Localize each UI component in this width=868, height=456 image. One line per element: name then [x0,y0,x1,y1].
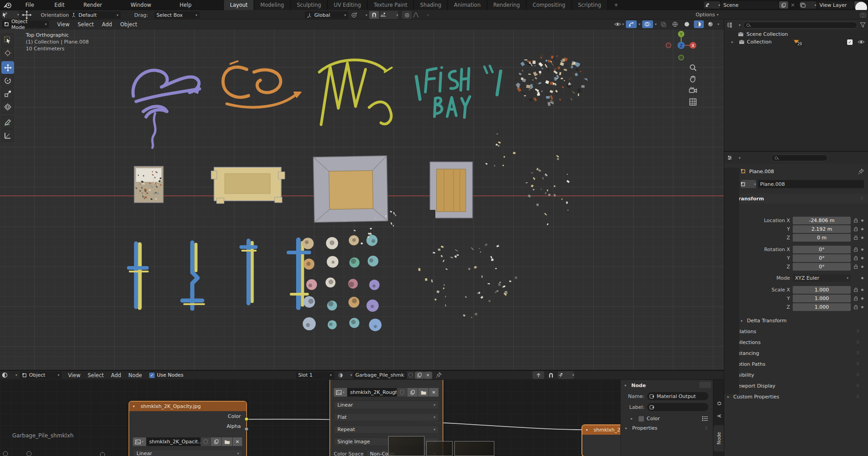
shader-type-dropdown[interactable]: Object▾ [20,372,62,379]
animate-dot[interactable] [861,237,863,239]
animate-dot[interactable] [861,266,863,268]
node-image-texture-opacity[interactable]: ▾shmklxh_2K_Opacity.jpg Color Alpha ▾ sh… [129,402,246,456]
animate-dot[interactable] [861,219,863,222]
rough-interpolation-dropdown[interactable]: Linear▾ [334,401,439,409]
animate-dot[interactable] [861,277,863,279]
panel-relations[interactable]: ▸Relations⠿ [727,327,863,336]
snap-mode-dropdown[interactable]: ▾ [380,11,398,19]
scene-browse-button[interactable]: ▾ [704,1,720,9]
options-dropdown[interactable]: Options▾ [696,12,718,18]
glyph-cluster-2[interactable] [182,243,204,309]
scene-name-field[interactable]: Scene [721,1,778,9]
expand-icon[interactable]: ▸ [731,40,736,44]
node-properties-panel-header[interactable]: ▸Properties ⠿ [621,422,713,431]
editor-type-button[interactable]: ▾ [2,372,17,379]
pivot-point-dropdown[interactable]: ▾ [351,11,367,19]
ne-menu-node[interactable]: Node [127,372,144,378]
scale-y-field[interactable]: 1.000 [793,295,851,302]
opacity-unlink-button[interactable]: ✕ [233,437,243,446]
animate-dot[interactable] [861,257,863,259]
menu-render[interactable]: Render [82,2,104,8]
rot-z-field[interactable]: 0° [793,263,851,271]
scene-delete-button[interactable]: ✕ [789,1,796,9]
transform-panel-header[interactable]: ▾Transform ⠿ [724,194,868,204]
workspace-tab-layout[interactable]: Layout [224,0,254,10]
view-layer-name-field[interactable]: View Layer [817,1,853,9]
loc-y-field[interactable]: 2.192 m [793,225,851,233]
trash-pile[interactable] [516,54,588,106]
image-open-button[interactable] [418,388,429,397]
panel-visibility[interactable]: ▸Visibility⠿ [727,370,863,379]
panel-collections[interactable]: ▸Collections⠿ [727,338,863,347]
opacity-node-header[interactable]: ▾shmklxh_2K_Opacity.jpg [129,402,246,411]
workspace-tab-compositing[interactable]: Compositing [527,0,572,10]
node-color-checkbox[interactable] [639,416,644,422]
properties-search-input[interactable] [771,155,828,161]
collection-visibility-eye-icon[interactable] [858,39,865,44]
lock-open-icon[interactable] [853,227,858,232]
image-fake-user-button[interactable] [397,388,407,397]
animate-dot[interactable] [861,297,863,300]
frame-large-gray[interactable] [313,156,388,223]
object-id-browse-button[interactable]: ▾ [741,180,756,188]
menu-file[interactable]: File [24,2,36,8]
material-unlink-button[interactable]: ✕ [424,372,432,379]
socket-color-output[interactable] [244,417,249,421]
lock-open-icon[interactable] [853,305,858,310]
active-tool-button[interactable]: ▾ [2,11,19,19]
glyph-cluster-3[interactable] [241,241,256,303]
lock-open-icon[interactable] [853,296,858,301]
outliner-filter-icon[interactable] [860,22,866,28]
lock-open-icon[interactable] [853,264,858,269]
panel-instancing[interactable]: ▸Instancing⠿ [727,349,863,358]
move-gizmo-toggle[interactable] [22,10,32,19]
ne-parent-node-button[interactable] [532,371,544,379]
node-color-panel-header[interactable]: ▸ Color [621,411,713,422]
workspace-tab-rendering[interactable]: Rendering [488,0,527,10]
outliner-row-collection[interactable]: ▸ Collection 29 ✓ [724,38,868,46]
image-unlink-button[interactable]: ✕ [429,388,439,397]
proportional-editing-toggle[interactable] [402,11,412,19]
glyph-cluster-1[interactable] [129,243,148,308]
rotation-mode-dropdown[interactable]: XYZ Euler▾ [793,274,851,282]
material-browse-button[interactable]: ▾ [338,372,352,379]
view-layer-browse-button[interactable]: ▾ [800,1,816,9]
fake-user-button[interactable] [407,372,415,379]
workspace-tab-uv-editing[interactable]: UV Editing [328,0,368,10]
tape-frame-yellow[interactable] [211,167,285,204]
animate-dot[interactable] [861,248,863,251]
use-nodes-checkbox[interactable]: ✓ [149,373,155,378]
proportional-falloff-dropdown[interactable]: ▾ [413,11,429,19]
loc-z-field[interactable]: 0 m [793,234,851,242]
lock-open-icon[interactable] [853,256,858,261]
ne-snap-mode-dropdown[interactable]: ▾ [558,371,574,379]
socket-alpha-output[interactable] [244,427,249,431]
image-copy-button[interactable] [407,388,418,397]
object-name-field[interactable]: Plane.008 [758,180,864,188]
sidebar-collapse-button[interactable] [699,382,711,388]
lock-open-icon[interactable] [853,247,858,252]
animate-dot[interactable] [861,306,863,308]
collection-checkbox[interactable]: ✓ [847,39,853,45]
panel-delta-transform[interactable]: ▸Delta Transform [741,316,868,325]
ne-snap-toggle[interactable] [546,371,556,379]
rough-projection-dropdown[interactable]: Flat▾ [334,413,439,422]
graffiti-purple[interactable] [133,70,200,148]
ne-menu-view[interactable]: View [66,372,82,378]
pin-icon[interactable] [436,372,442,378]
opacity-interpolation-dropdown[interactable]: Linear▾ [133,449,243,456]
workspace-tab-texture-paint[interactable]: Texture Paint [368,0,414,10]
opacity-open-button[interactable] [222,437,233,446]
opacity-fake-user-button[interactable] [201,437,211,446]
poster-small[interactable] [134,166,163,203]
outliner-row-scene-collection[interactable]: Scene Collection [724,30,868,38]
rough-extension-dropdown[interactable]: Repeat▾ [334,425,439,434]
workspace-tab-modeling[interactable]: Modeling [254,0,291,10]
scale-z-field[interactable]: 1.000 [793,303,851,311]
transform-orientation-dropdown[interactable]: Global▾ [305,11,348,19]
node-canvas[interactable]: Garbage_Pile_shmklxh ▾ shmklxh_2K_Rough.… [0,380,724,456]
sticker-grid[interactable] [302,235,381,331]
scene-copy-button[interactable] [779,1,788,9]
material-copy-button[interactable] [415,372,424,379]
window-frame-gray[interactable] [429,162,473,219]
